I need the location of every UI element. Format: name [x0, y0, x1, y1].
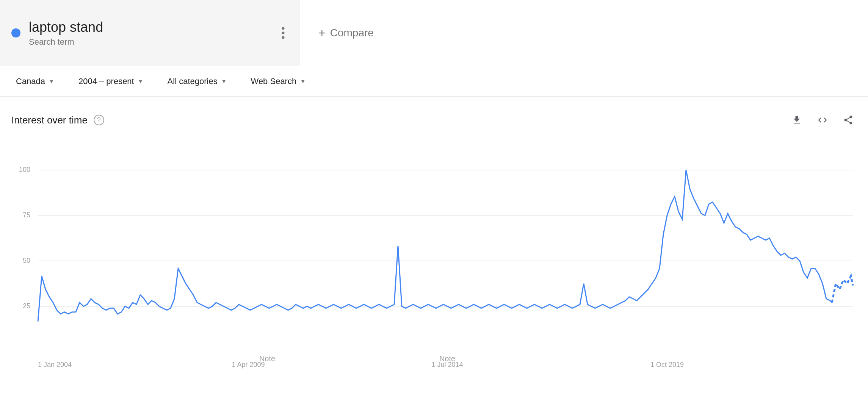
country-dropdown-arrow: ▼ [49, 78, 54, 84]
chart-title-group: Interest over time ? [11, 114, 104, 126]
search-term-panel: laptop stand Search term [0, 0, 299, 66]
note-label-2: Note [439, 354, 455, 363]
svg-point-0 [282, 27, 285, 30]
compare-button[interactable]: + Compare [318, 26, 374, 40]
time-range-dropdown-arrow: ▼ [138, 78, 143, 84]
search-term-dot [11, 28, 20, 37]
compare-plus-icon: + [318, 26, 326, 40]
help-icon[interactable]: ? [94, 115, 104, 125]
trend-line-dashed [832, 276, 853, 303]
chart-svg: 100 75 50 25 1 Jan 2004 1 Apr 2009 1 Jul… [11, 140, 857, 374]
x-label-2004: 1 Jan 2004 [38, 361, 72, 368]
time-range-filter[interactable]: 2004 – present ▼ [74, 73, 148, 89]
chart-actions [788, 112, 857, 128]
search-type-dropdown-arrow: ▼ [300, 78, 306, 84]
trend-line [38, 170, 832, 321]
x-label-2019: 1 Oct 2019 [650, 361, 684, 368]
category-filter[interactable]: All categories ▼ [163, 73, 231, 89]
y-label-75: 75 [23, 211, 30, 219]
country-filter[interactable]: Canada ▼ [11, 73, 59, 89]
country-label: Canada [16, 76, 45, 86]
y-label-25: 25 [23, 302, 30, 310]
svg-point-2 [282, 36, 285, 39]
category-label: All categories [168, 76, 218, 86]
time-range-label: 2004 – present [78, 76, 134, 86]
share-button[interactable] [840, 112, 857, 128]
chart-container: 100 75 50 25 1 Jan 2004 1 Apr 2009 1 Jul… [11, 140, 857, 374]
compare-panel: + Compare [299, 0, 868, 66]
search-term-text: laptop stand Search term [29, 19, 103, 47]
chart-title: Interest over time [11, 114, 88, 126]
svg-point-1 [282, 32, 285, 34]
download-button[interactable] [788, 112, 805, 128]
more-options-button[interactable] [279, 24, 288, 42]
category-dropdown-arrow: ▼ [221, 78, 227, 84]
search-type-filter[interactable]: Web Search ▼ [246, 73, 310, 89]
chart-header: Interest over time ? [11, 112, 857, 128]
chart-section: Interest over time ? [0, 97, 868, 374]
compare-label: Compare [330, 27, 374, 39]
search-term-label: Search term [29, 37, 103, 47]
y-label-100: 100 [19, 166, 30, 173]
search-term-name: laptop stand [29, 19, 103, 35]
search-type-label: Web Search [251, 76, 297, 86]
y-label-50: 50 [23, 257, 30, 264]
note-label-1: Note [259, 354, 275, 363]
top-bar: laptop stand Search term + Compare [0, 0, 868, 66]
filter-bar: Canada ▼ 2004 – present ▼ All categories… [0, 66, 868, 97]
embed-button[interactable] [814, 112, 831, 128]
